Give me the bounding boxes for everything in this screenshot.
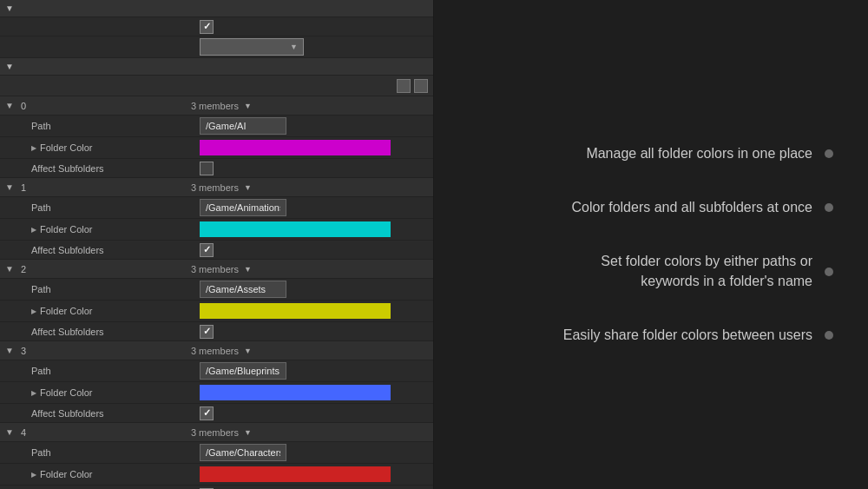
group-2-color-tri-icon: ▶ <box>31 307 36 315</box>
group-4-color-tri-icon: ▶ <box>31 471 36 479</box>
group-2-index: 2 <box>17 264 191 274</box>
group-3-index: 3 <box>17 346 191 356</box>
array-header-row <box>0 76 433 96</box>
group-3-color-bar[interactable] <box>200 385 391 400</box>
group-1-affect-value <box>200 243 433 257</box>
group-2-arrow-icon: ▼ <box>244 265 252 274</box>
group-2-collapse-icon: ▼ <box>5 264 14 274</box>
group-1-color-bar[interactable] <box>200 221 391 237</box>
group-3-members: 3 members <box>191 346 239 356</box>
group-3-path-label: Path <box>0 366 200 376</box>
group-1-arrow-icon: ▼ <box>244 183 252 192</box>
group-0-index: 0 <box>17 101 191 111</box>
group-3-color-tri-icon: ▶ <box>31 389 36 397</box>
group-0-color-row: ▶ Folder Color <box>0 137 433 159</box>
group-1-color-label: ▶ Folder Color <box>0 224 200 235</box>
feature-text-1: Color folders and all subfolders at once <box>572 198 813 217</box>
feature-row-1: Color folders and all subfolders at once <box>469 198 833 217</box>
group-1-color-row: ▶ Folder Color <box>0 219 433 241</box>
group-4-color-row: ▶ Folder Color <box>0 464 433 486</box>
dropdown-arrow-icon: ▼ <box>290 43 298 51</box>
color-mode-value: ▼ <box>200 38 433 56</box>
feature-dot-2 <box>825 268 833 276</box>
folder-colors-arrow-icon: ▼ <box>5 62 14 71</box>
feature-row-2: Set folder colors by either paths orkeyw… <box>469 252 833 291</box>
group-1-path-label: Path <box>0 202 200 213</box>
left-panel: ▼ ▼ ▼ ▼ 0 3 members ▼ P <box>0 0 434 489</box>
group-2-color-bar[interactable] <box>200 303 391 319</box>
group-1-path-value <box>200 199 433 216</box>
group-1-color-tri-icon: ▶ <box>31 226 36 234</box>
group-4-affect-row: Affect Subfolders <box>0 486 433 489</box>
group-4-color-bar[interactable] <box>200 466 391 482</box>
group-0-header[interactable]: ▼ 0 3 members ▼ <box>0 96 433 116</box>
group-3-collapse-icon: ▼ <box>5 346 14 355</box>
group-0-affect-checkbox[interactable] <box>200 162 214 175</box>
group-4-color-label: ▶ Folder Color <box>0 469 200 479</box>
group-1-color-value <box>200 221 433 237</box>
add-element-button[interactable] <box>397 79 411 93</box>
color-mode-row: ▼ <box>0 36 433 58</box>
group-0-arrow-icon: ▼ <box>244 102 252 110</box>
group-0-color-label: ▶ Folder Color <box>0 142 200 153</box>
use-colorizer-value <box>200 20 433 34</box>
group-0-path-label: Path <box>0 121 200 131</box>
group-3-color-label: ▶ Folder Color <box>0 387 200 398</box>
delete-element-button[interactable] <box>414 79 428 93</box>
group-2-path-input[interactable] <box>200 281 286 298</box>
group-0-members: 3 members <box>191 101 239 111</box>
group-2-affect-label: Affect Subfolders <box>0 327 200 337</box>
folder-colorizer-header[interactable]: ▼ <box>0 0 433 17</box>
group-3-affect-checkbox[interactable] <box>200 406 214 420</box>
group-4-path-label: Path <box>0 447 200 458</box>
group-2-affect-row: Affect Subfolders <box>0 322 433 341</box>
group-1-header[interactable]: ▼ 1 3 members ▼ <box>0 178 433 197</box>
feature-dot-0 <box>825 149 833 158</box>
group-0-collapse-icon: ▼ <box>5 101 14 110</box>
color-mode-dropdown[interactable]: ▼ <box>200 38 304 56</box>
group-2-path-value <box>200 281 433 298</box>
right-panel: Manage all folder colors in one placeCol… <box>434 0 868 489</box>
group-3-header[interactable]: ▼ 3 3 members ▼ <box>0 341 433 360</box>
group-4-path-value <box>200 444 433 461</box>
use-colorizer-checkbox[interactable] <box>200 20 214 34</box>
group-2-color-label: ▶ Folder Color <box>0 306 200 316</box>
group-2-color-row: ▶ Folder Color <box>0 301 433 322</box>
group-1-path-input[interactable] <box>200 199 286 216</box>
group-3-affect-label: Affect Subfolders <box>0 408 200 419</box>
group-1-path-row: Path <box>0 197 433 219</box>
group-2-path-label: Path <box>0 284 200 294</box>
folder-colors-header[interactable]: ▼ <box>0 58 433 76</box>
group-3-affect-value <box>200 406 433 420</box>
group-1-collapse-icon: ▼ <box>5 182 14 192</box>
group-1-index: 1 <box>17 182 191 193</box>
group-1-affect-checkbox[interactable] <box>200 243 214 257</box>
group-0-path-input[interactable] <box>200 117 286 135</box>
group-2-path-row: Path <box>0 279 433 301</box>
group-0-color-bar[interactable] <box>200 140 391 155</box>
group-0-color-value <box>200 140 433 155</box>
group-4-header[interactable]: ▼ 4 3 members ▼ <box>0 423 433 442</box>
group-4-index: 4 <box>17 427 191 438</box>
collapse-arrow-icon: ▼ <box>5 3 14 13</box>
group-0-path-row: Path <box>0 116 433 137</box>
group-2-color-value <box>200 303 433 319</box>
group-2-members: 3 members <box>191 264 239 274</box>
group-3-path-input[interactable] <box>200 362 286 380</box>
group-0-affect-value <box>200 162 433 175</box>
group-2-affect-value <box>200 325 433 339</box>
feature-dot-3 <box>825 331 833 340</box>
group-1-members: 3 members <box>191 182 239 193</box>
feature-text-3: Easily share folder colors between users <box>563 326 812 345</box>
group-3-path-value <box>200 362 433 380</box>
feature-text-0: Manage all folder colors in one place <box>586 144 812 163</box>
group-3-color-value <box>200 385 433 400</box>
group-0-affect-label: Affect Subfolders <box>0 163 200 174</box>
group-4-path-input[interactable] <box>200 444 286 461</box>
group-3-arrow-icon: ▼ <box>244 347 252 355</box>
feature-dot-1 <box>825 203 833 212</box>
group-4-collapse-icon: ▼ <box>5 427 14 437</box>
group-4-path-row: Path <box>0 442 433 464</box>
group-2-affect-checkbox[interactable] <box>200 325 214 339</box>
group-2-header[interactable]: ▼ 2 3 members ▼ <box>0 260 433 279</box>
